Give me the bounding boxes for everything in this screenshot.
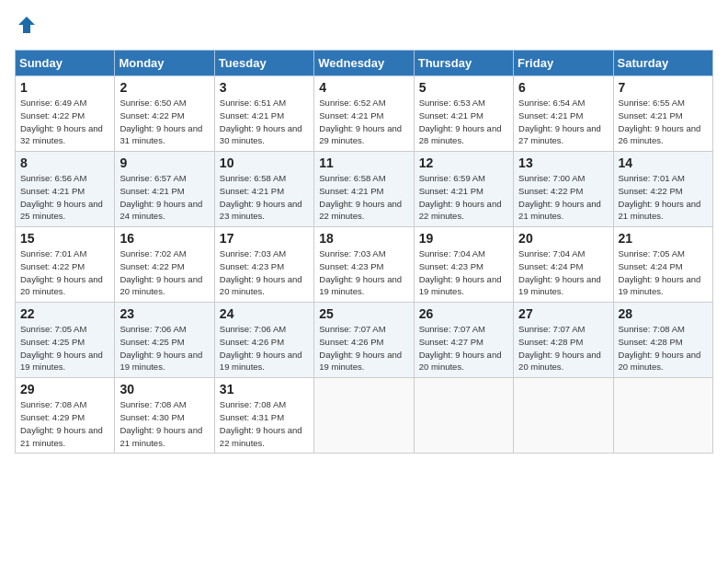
- cell-info: Sunrise: 6:56 AM Sunset: 4:21 PM Dayligh…: [20, 172, 109, 223]
- calendar-cell: 15 Sunrise: 7:01 AM Sunset: 4:22 PM Dayl…: [16, 227, 115, 303]
- calendar-cell: 23 Sunrise: 7:06 AM Sunset: 4:25 PM Dayl…: [115, 303, 214, 378]
- day-number: 31: [220, 382, 309, 396]
- calendar-header-friday: Friday: [514, 51, 613, 76]
- day-number: 7: [619, 80, 708, 95]
- calendar-cell: 3 Sunrise: 6:51 AM Sunset: 4:21 PM Dayli…: [214, 76, 313, 152]
- cell-info: Sunrise: 7:05 AM Sunset: 4:24 PM Dayligh…: [619, 247, 708, 298]
- day-number: 26: [419, 306, 508, 321]
- calendar-cell: 10 Sunrise: 6:58 AM Sunset: 4:21 PM Dayl…: [214, 152, 313, 227]
- calendar-cell: 27 Sunrise: 7:07 AM Sunset: 4:28 PM Dayl…: [514, 303, 613, 378]
- cell-info: Sunrise: 6:49 AM Sunset: 4:22 PM Dayligh…: [20, 97, 109, 147]
- day-number: 24: [220, 306, 309, 321]
- day-number: 11: [319, 155, 408, 170]
- cell-info: Sunrise: 7:05 AM Sunset: 4:25 PM Dayligh…: [20, 323, 109, 373]
- cell-info: Sunrise: 6:54 AM Sunset: 4:21 PM Dayligh…: [518, 97, 608, 147]
- cell-info: Sunrise: 7:07 AM Sunset: 4:27 PM Dayligh…: [419, 323, 508, 373]
- calendar-week-row: 8 Sunrise: 6:56 AM Sunset: 4:21 PM Dayli…: [16, 152, 713, 227]
- cell-info: Sunrise: 7:07 AM Sunset: 4:26 PM Dayligh…: [319, 323, 408, 373]
- calendar-cell: 16 Sunrise: 7:02 AM Sunset: 4:22 PM Dayl…: [115, 227, 214, 303]
- cell-info: Sunrise: 7:08 AM Sunset: 4:31 PM Dayligh…: [220, 398, 309, 449]
- calendar-week-row: 1 Sunrise: 6:49 AM Sunset: 4:22 PM Dayli…: [16, 76, 713, 152]
- day-number: 6: [518, 80, 608, 95]
- calendar-cell: 19 Sunrise: 7:04 AM Sunset: 4:23 PM Dayl…: [414, 227, 513, 303]
- calendar-cell: 13 Sunrise: 7:00 AM Sunset: 4:22 PM Dayl…: [514, 152, 613, 227]
- calendar-cell: 29 Sunrise: 7:08 AM Sunset: 4:29 PM Dayl…: [16, 378, 115, 454]
- day-number: 8: [20, 155, 109, 170]
- day-number: 16: [119, 231, 209, 246]
- day-number: 1: [20, 80, 109, 95]
- cell-info: Sunrise: 7:01 AM Sunset: 4:22 PM Dayligh…: [619, 172, 708, 223]
- calendar-cell: 6 Sunrise: 6:54 AM Sunset: 4:21 PM Dayli…: [514, 76, 613, 152]
- cell-info: Sunrise: 7:03 AM Sunset: 4:23 PM Dayligh…: [319, 247, 408, 298]
- calendar-cell: [414, 378, 513, 454]
- calendar-header-thursday: Thursday: [414, 51, 513, 76]
- day-number: 18: [319, 231, 408, 246]
- calendar-cell: 7 Sunrise: 6:55 AM Sunset: 4:21 PM Dayli…: [613, 76, 712, 152]
- cell-info: Sunrise: 7:02 AM Sunset: 4:22 PM Dayligh…: [119, 247, 209, 298]
- calendar-cell: [514, 378, 613, 454]
- calendar-cell: 20 Sunrise: 7:04 AM Sunset: 4:24 PM Dayl…: [514, 227, 613, 303]
- svg-marker-0: [18, 17, 35, 33]
- day-number: 23: [119, 306, 209, 321]
- calendar-cell: [314, 378, 414, 454]
- calendar-cell: 4 Sunrise: 6:52 AM Sunset: 4:21 PM Dayli…: [314, 76, 414, 152]
- cell-info: Sunrise: 6:55 AM Sunset: 4:21 PM Dayligh…: [619, 97, 708, 147]
- logo: [15, 15, 37, 39]
- day-number: 30: [119, 382, 209, 396]
- day-number: 25: [319, 306, 408, 321]
- calendar-header-sunday: Sunday: [16, 51, 115, 76]
- calendar-week-row: 29 Sunrise: 7:08 AM Sunset: 4:29 PM Dayl…: [16, 378, 713, 454]
- calendar-cell: 25 Sunrise: 7:07 AM Sunset: 4:26 PM Dayl…: [314, 303, 414, 378]
- cell-info: Sunrise: 6:52 AM Sunset: 4:21 PM Dayligh…: [319, 97, 408, 147]
- calendar-cell: 17 Sunrise: 7:03 AM Sunset: 4:23 PM Dayl…: [214, 227, 313, 303]
- page-header: [15, 15, 713, 39]
- logo-icon: [17, 15, 37, 39]
- day-number: 19: [419, 231, 508, 246]
- day-number: 13: [518, 155, 608, 170]
- calendar-cell: 26 Sunrise: 7:07 AM Sunset: 4:27 PM Dayl…: [414, 303, 513, 378]
- day-number: 10: [220, 155, 309, 170]
- calendar-week-row: 15 Sunrise: 7:01 AM Sunset: 4:22 PM Dayl…: [16, 227, 713, 303]
- calendar-cell: 24 Sunrise: 7:06 AM Sunset: 4:26 PM Dayl…: [214, 303, 313, 378]
- calendar-cell: 8 Sunrise: 6:56 AM Sunset: 4:21 PM Dayli…: [16, 152, 115, 227]
- calendar-cell: 21 Sunrise: 7:05 AM Sunset: 4:24 PM Dayl…: [613, 227, 712, 303]
- calendar-cell: 12 Sunrise: 6:59 AM Sunset: 4:21 PM Dayl…: [414, 152, 513, 227]
- calendar-cell: 18 Sunrise: 7:03 AM Sunset: 4:23 PM Dayl…: [314, 227, 414, 303]
- cell-info: Sunrise: 7:08 AM Sunset: 4:29 PM Dayligh…: [20, 398, 109, 449]
- calendar-cell: 5 Sunrise: 6:53 AM Sunset: 4:21 PM Dayli…: [414, 76, 513, 152]
- day-number: 22: [20, 306, 109, 321]
- day-number: 29: [20, 382, 109, 396]
- calendar-cell: 22 Sunrise: 7:05 AM Sunset: 4:25 PM Dayl…: [16, 303, 115, 378]
- day-number: 2: [119, 80, 209, 95]
- cell-info: Sunrise: 7:07 AM Sunset: 4:28 PM Dayligh…: [518, 323, 608, 373]
- calendar-table: SundayMondayTuesdayWednesdayThursdayFrid…: [15, 50, 713, 454]
- cell-info: Sunrise: 7:04 AM Sunset: 4:23 PM Dayligh…: [419, 247, 508, 298]
- cell-info: Sunrise: 6:51 AM Sunset: 4:21 PM Dayligh…: [220, 97, 309, 147]
- cell-info: Sunrise: 6:57 AM Sunset: 4:21 PM Dayligh…: [119, 172, 209, 223]
- day-number: 28: [619, 306, 708, 321]
- cell-info: Sunrise: 7:03 AM Sunset: 4:23 PM Dayligh…: [220, 247, 309, 298]
- calendar-cell: 14 Sunrise: 7:01 AM Sunset: 4:22 PM Dayl…: [613, 152, 712, 227]
- calendar-header-wednesday: Wednesday: [314, 51, 414, 76]
- cell-info: Sunrise: 7:08 AM Sunset: 4:30 PM Dayligh…: [119, 398, 209, 449]
- day-number: 4: [319, 80, 408, 95]
- cell-info: Sunrise: 6:58 AM Sunset: 4:21 PM Dayligh…: [220, 172, 309, 223]
- cell-info: Sunrise: 7:06 AM Sunset: 4:25 PM Dayligh…: [119, 323, 209, 373]
- day-number: 15: [20, 231, 109, 246]
- cell-info: Sunrise: 7:04 AM Sunset: 4:24 PM Dayligh…: [518, 247, 608, 298]
- calendar-cell: 1 Sunrise: 6:49 AM Sunset: 4:22 PM Dayli…: [16, 76, 115, 152]
- calendar-week-row: 22 Sunrise: 7:05 AM Sunset: 4:25 PM Dayl…: [16, 303, 713, 378]
- calendar-header-row: SundayMondayTuesdayWednesdayThursdayFrid…: [16, 51, 713, 76]
- calendar-cell: 28 Sunrise: 7:08 AM Sunset: 4:28 PM Dayl…: [613, 303, 712, 378]
- cell-info: Sunrise: 7:08 AM Sunset: 4:28 PM Dayligh…: [619, 323, 708, 373]
- calendar-cell: 9 Sunrise: 6:57 AM Sunset: 4:21 PM Dayli…: [115, 152, 214, 227]
- cell-info: Sunrise: 6:50 AM Sunset: 4:22 PM Dayligh…: [119, 97, 209, 147]
- cell-info: Sunrise: 6:58 AM Sunset: 4:21 PM Dayligh…: [319, 172, 408, 223]
- day-number: 3: [220, 80, 309, 95]
- cell-info: Sunrise: 6:59 AM Sunset: 4:21 PM Dayligh…: [419, 172, 508, 223]
- cell-info: Sunrise: 7:06 AM Sunset: 4:26 PM Dayligh…: [220, 323, 309, 373]
- calendar-header-monday: Monday: [115, 51, 214, 76]
- calendar-cell: 30 Sunrise: 7:08 AM Sunset: 4:30 PM Dayl…: [115, 378, 214, 454]
- day-number: 12: [419, 155, 508, 170]
- calendar-header-tuesday: Tuesday: [214, 51, 313, 76]
